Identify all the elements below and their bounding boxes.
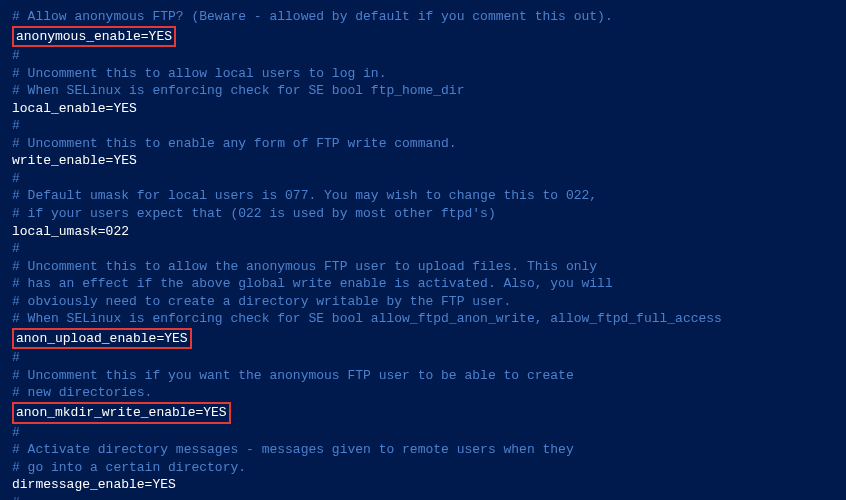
config-comment: # Uncomment this if you want the anonymo… <box>12 368 574 383</box>
config-line: # Uncomment this if you want the anonymo… <box>12 367 834 385</box>
config-line: # Uncomment this to enable any form of F… <box>12 135 834 153</box>
config-comment: # has an effect if the above global writ… <box>12 276 613 291</box>
config-line: anonymous_enable=YES <box>12 26 834 48</box>
config-setting: local_umask=022 <box>12 224 129 239</box>
config-line: # has an effect if the above global writ… <box>12 275 834 293</box>
config-comment: # obviously need to create a directory w… <box>12 294 511 309</box>
config-line: # <box>12 170 834 188</box>
config-line: # Activate directory messages - messages… <box>12 441 834 459</box>
highlighted-setting: anon_mkdir_write_enable=YES <box>12 402 231 424</box>
config-line: local_enable=YES <box>12 100 834 118</box>
config-line: # Default umask for local users is 077. … <box>12 187 834 205</box>
config-comment: # <box>12 425 20 440</box>
config-comment: # <box>12 495 20 500</box>
config-line: # go into a certain directory. <box>12 459 834 477</box>
config-line: local_umask=022 <box>12 223 834 241</box>
config-line: dirmessage_enable=YES <box>12 476 834 494</box>
config-comment: # Allow anonymous FTP? (Beware - allowed… <box>12 9 613 24</box>
config-comment: # Activate directory messages - messages… <box>12 442 574 457</box>
config-line: # <box>12 424 834 442</box>
config-line: # if your users expect that (022 is used… <box>12 205 834 223</box>
config-comment: # <box>12 48 20 63</box>
config-comment: # <box>12 171 20 186</box>
config-line: # obviously need to create a directory w… <box>12 293 834 311</box>
config-line: # When SELinux is enforcing check for SE… <box>12 82 834 100</box>
config-comment: # new directories. <box>12 385 152 400</box>
config-line: # When SELinux is enforcing check for SE… <box>12 310 834 328</box>
highlighted-setting: anon_upload_enable=YES <box>12 328 192 350</box>
config-comment: # if your users expect that (022 is used… <box>12 206 496 221</box>
config-line: # <box>12 494 834 500</box>
config-line: # <box>12 117 834 135</box>
config-setting: dirmessage_enable=YES <box>12 477 176 492</box>
config-line: # Allow anonymous FTP? (Beware - allowed… <box>12 8 834 26</box>
config-line: # Uncomment this to allow local users to… <box>12 65 834 83</box>
config-comment: # Uncomment this to enable any form of F… <box>12 136 457 151</box>
config-setting: local_enable=YES <box>12 101 137 116</box>
config-line: # Uncomment this to allow the anonymous … <box>12 258 834 276</box>
config-line: # <box>12 240 834 258</box>
config-line: write_enable=YES <box>12 152 834 170</box>
config-line: anon_mkdir_write_enable=YES <box>12 402 834 424</box>
config-comment: # When SELinux is enforcing check for SE… <box>12 83 464 98</box>
config-comment: # Uncomment this to allow local users to… <box>12 66 386 81</box>
config-comment: # go into a certain directory. <box>12 460 246 475</box>
config-comment: # <box>12 350 20 365</box>
highlighted-setting: anonymous_enable=YES <box>12 26 176 48</box>
config-line: # <box>12 349 834 367</box>
config-line: anon_upload_enable=YES <box>12 328 834 350</box>
config-comment: # Default umask for local users is 077. … <box>12 188 597 203</box>
config-setting: write_enable=YES <box>12 153 137 168</box>
config-comment: # When SELinux is enforcing check for SE… <box>12 311 722 326</box>
config-file-editor[interactable]: # Allow anonymous FTP? (Beware - allowed… <box>12 8 834 500</box>
config-line: # new directories. <box>12 384 834 402</box>
config-comment: # <box>12 118 20 133</box>
config-comment: # Uncomment this to allow the anonymous … <box>12 259 597 274</box>
config-line: # <box>12 47 834 65</box>
config-comment: # <box>12 241 20 256</box>
